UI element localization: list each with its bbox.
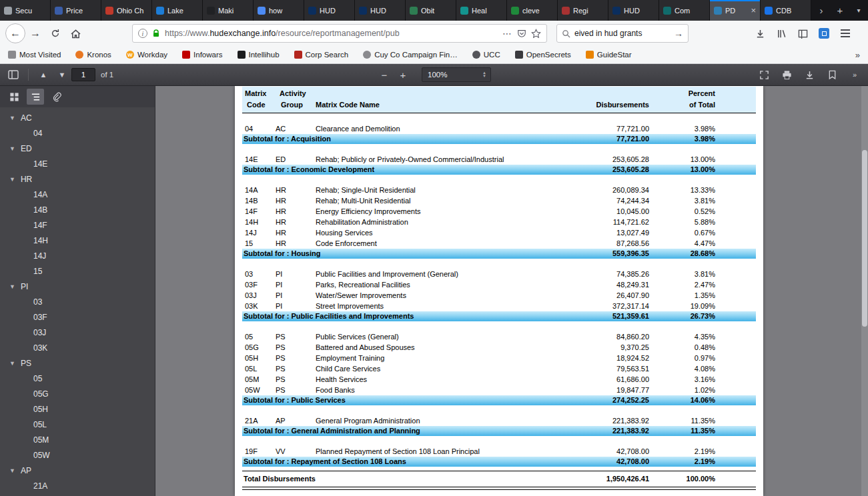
browser-tab[interactable]: cleve [507, 0, 558, 21]
library-button[interactable] [771, 23, 791, 43]
outline-group[interactable]: ▼AC [0, 110, 155, 125]
tab-close-icon[interactable]: × [751, 6, 756, 15]
tab-bar: SecuPriceOhio ChLakeMakihowHUDHUDObitHea… [0, 0, 868, 21]
bookmark-star-icon[interactable] [531, 29, 541, 39]
search-input[interactable] [574, 29, 670, 38]
browser-tab[interactable]: Lake [152, 0, 203, 21]
outline-item[interactable]: 03F [0, 309, 155, 325]
menu-button[interactable] [835, 23, 855, 43]
search-go-button[interactable]: → [674, 28, 683, 39]
collapse-triangle-icon[interactable]: ▼ [9, 145, 15, 152]
browser-tab[interactable]: Com [659, 0, 710, 21]
collapse-triangle-icon[interactable]: ▼ [9, 283, 15, 290]
next-page-button[interactable]: ▼ [53, 67, 71, 83]
tab-scroll-right-button[interactable]: › [812, 0, 831, 21]
outline-item[interactable]: 05 [0, 371, 155, 386]
toggle-sidebar-button[interactable] [4, 67, 23, 83]
browser-tab[interactable]: CDB [761, 0, 811, 21]
outline-group[interactable]: ▼AP [0, 463, 155, 478]
outline-item[interactable]: 14B [0, 202, 155, 217]
collapse-triangle-icon[interactable]: ▼ [9, 467, 15, 474]
all-tabs-button[interactable]: ▾ [849, 0, 868, 21]
home-button[interactable] [65, 23, 85, 43]
bookmark-item[interactable]: Cuy Co Campaign Fin… [363, 51, 458, 59]
screenshots-button[interactable] [814, 23, 834, 43]
browser-tab[interactable]: how [254, 0, 304, 21]
outline-item[interactable]: 05M [0, 432, 155, 447]
browser-tab[interactable]: Maki [203, 0, 254, 21]
outline-group[interactable]: ▼ED [0, 141, 155, 156]
outline-group[interactable]: ▼PS [0, 355, 155, 371]
current-view-bookmark-button[interactable] [823, 67, 841, 83]
browser-tab[interactable]: HUD [608, 0, 659, 21]
presentation-mode-button[interactable] [755, 67, 773, 83]
scrollbar-thumb[interactable] [862, 150, 867, 327]
downloads-button[interactable] [750, 23, 770, 43]
collapse-triangle-icon[interactable]: ▼ [9, 360, 15, 367]
outline-item[interactable]: 05L [0, 417, 155, 432]
outline-item[interactable]: 03J [0, 325, 155, 340]
outline-item[interactable]: 03 [0, 294, 155, 309]
outline-item[interactable]: 21A [0, 478, 155, 493]
outline-item[interactable]: 05H [0, 401, 155, 417]
outline-item[interactable]: 14A [0, 187, 155, 202]
thumbnails-view-button[interactable] [5, 89, 23, 105]
zoom-in-button[interactable]: + [394, 67, 412, 83]
site-info-icon[interactable]: i [138, 29, 147, 38]
bookmark-item[interactable]: WWorkday [126, 51, 167, 59]
sidebars-button[interactable] [793, 23, 813, 43]
back-button[interactable]: ← [5, 23, 25, 43]
browser-tab[interactable]: Heal [456, 0, 507, 21]
outline-group[interactable]: ▼HR [0, 171, 155, 187]
zoom-select[interactable]: 100% ▲▼ [422, 67, 491, 82]
outline-item[interactable]: 03K [0, 340, 155, 355]
outline-item[interactable]: 14H [0, 233, 155, 248]
bookmark-item[interactable]: OpenSecrets [515, 51, 571, 59]
browser-tab[interactable]: Ohio Ch [101, 0, 152, 21]
collapse-triangle-icon[interactable]: ▼ [9, 115, 15, 121]
bookmark-item[interactable]: Most Visited [8, 51, 61, 59]
outline-item[interactable]: 04 [0, 125, 155, 141]
print-button[interactable] [777, 67, 796, 83]
page-number-input[interactable] [71, 68, 95, 81]
collapse-triangle-icon[interactable]: ▼ [9, 176, 15, 183]
url-bar[interactable]: i https://www.hudexchange.info/resource/… [132, 24, 547, 43]
previous-page-button[interactable]: ▲ [34, 67, 53, 83]
bookmark-item[interactable]: GuideStar [586, 51, 632, 59]
pdf-page-container[interactable]: Matrix Code Activity Group Matrix Code N… [155, 86, 868, 496]
outline-item[interactable]: 05G [0, 386, 155, 401]
toolbar-overflow-button[interactable]: » [845, 67, 864, 83]
browser-tab[interactable]: HUD [355, 0, 406, 21]
bookmark-item[interactable]: Infowars [182, 51, 222, 59]
pocket-icon[interactable] [517, 29, 526, 38]
outline-item[interactable]: 15 [0, 263, 155, 279]
new-tab-button[interactable]: + [831, 0, 849, 21]
outline-item[interactable]: 05W [0, 447, 155, 463]
vertical-scrollbar[interactable] [861, 86, 868, 496]
browser-tab[interactable]: Obit [406, 0, 456, 21]
bookmark-item[interactable]: UCC [472, 51, 500, 59]
cell-percent: 3.16% [242, 374, 715, 385]
bookmark-item[interactable]: Corp Search [294, 51, 349, 59]
outline-item[interactable]: 14E [0, 156, 155, 171]
browser-tab[interactable]: Regi [558, 0, 608, 21]
search-bar[interactable]: → [556, 24, 689, 43]
reload-button[interactable] [45, 23, 65, 43]
zoom-out-button[interactable]: − [375, 67, 394, 83]
download-pdf-button[interactable] [800, 67, 819, 83]
outline-view-button[interactable] [27, 89, 44, 105]
outline-item[interactable]: 14J [0, 248, 155, 263]
attachments-view-button[interactable] [48, 89, 65, 105]
browser-tab[interactable]: HUD [304, 0, 355, 21]
browser-tab[interactable]: Price [51, 0, 101, 21]
page-actions-button[interactable]: ⋯ [502, 28, 512, 39]
browser-tab[interactable]: Secu [0, 0, 51, 21]
bookmark-item[interactable]: Kronos [75, 51, 111, 59]
outline-item[interactable]: 14F [0, 217, 155, 233]
forward-button[interactable]: → [25, 23, 45, 43]
bookmark-item[interactable]: Intellihub [238, 51, 280, 59]
bookmarks-overflow-button[interactable]: » [855, 50, 860, 60]
browser-tab[interactable]: PD× [710, 0, 761, 21]
cell-percent: 3.81% [242, 195, 715, 206]
outline-group[interactable]: ▼PI [0, 279, 155, 294]
